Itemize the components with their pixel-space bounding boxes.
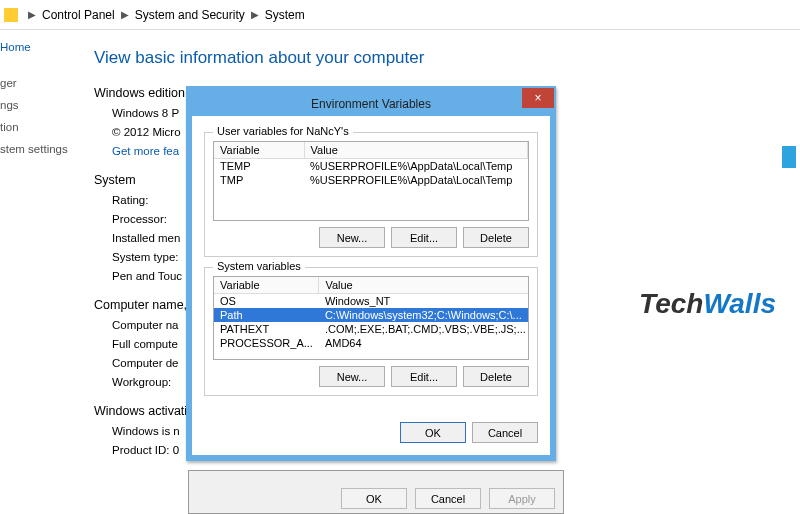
cell-value: Windows_NT (319, 294, 529, 309)
user-variables-list[interactable]: VariableValue TEMP%USERPROFILE%\AppData\… (213, 141, 529, 221)
chevron-right-icon[interactable]: ▶ (28, 9, 36, 20)
folder-icon (4, 8, 18, 22)
table-row[interactable]: OSWindows_NT (214, 294, 529, 309)
dialog-title: Environment Variables (311, 97, 431, 111)
cancel-button[interactable]: Cancel (415, 488, 481, 509)
user-variables-group: User variables for NaNcY's VariableValue… (204, 132, 538, 257)
brand-text: Walls (703, 288, 776, 319)
cell-variable: PATHEXT (214, 322, 319, 336)
cell-value: %USERPROFILE%\AppData\Local\Temp (304, 159, 528, 174)
chevron-right-icon[interactable]: ▶ (121, 9, 129, 20)
breadcrumb-item[interactable]: Control Panel (42, 8, 115, 22)
user-delete-button[interactable]: Delete (463, 227, 529, 248)
breadcrumb: ▶ Control Panel ▶ System and Security ▶ … (0, 0, 800, 30)
cell-value: C:\Windows\system32;C:\Windows;C:\... (319, 308, 529, 322)
page-title: View basic information about your comput… (94, 48, 800, 68)
col-value[interactable]: Value (304, 142, 528, 159)
col-value[interactable]: Value (319, 277, 529, 294)
brand-text: Tech (639, 288, 703, 319)
cell-value: %USERPROFILE%\AppData\Local\Temp (304, 173, 528, 187)
cell-variable: PROCESSOR_A... (214, 336, 319, 350)
brand-watermark: TechWalls (639, 288, 776, 320)
sys-delete-button[interactable]: Delete (463, 366, 529, 387)
sidebar: Home ger ngs tion stem settings (0, 30, 80, 514)
cancel-button[interactable]: Cancel (472, 422, 538, 443)
environment-variables-dialog: Environment Variables × User variables f… (186, 86, 556, 461)
sidebar-item[interactable]: stem settings (0, 138, 74, 160)
table-row[interactable]: PROCESSOR_A...AMD64 (214, 336, 529, 350)
cell-variable: TMP (214, 173, 304, 187)
close-button[interactable]: × (522, 88, 554, 108)
system-variables-group: System variables VariableValue▴ OSWindow… (204, 267, 538, 396)
chevron-right-icon[interactable]: ▶ (251, 9, 259, 20)
group-label: System variables (213, 260, 305, 272)
system-properties-dialog: OK Cancel Apply (188, 470, 564, 514)
table-row[interactable]: PathC:\Windows\system32;C:\Windows;C:\..… (214, 308, 529, 322)
breadcrumb-item[interactable]: System (265, 8, 305, 22)
table-row[interactable]: TMP%USERPROFILE%\AppData\Local\Temp (214, 173, 528, 187)
sidebar-item[interactable]: ngs (0, 94, 74, 116)
cell-value: AMD64 (319, 336, 529, 350)
ok-button[interactable]: OK (400, 422, 466, 443)
apply-button[interactable]: Apply (489, 488, 555, 509)
windows-logo-icon (782, 146, 796, 168)
col-variable[interactable]: Variable (214, 142, 304, 159)
cell-variable: Path (214, 308, 319, 322)
close-icon: × (534, 91, 541, 105)
table-row[interactable]: PATHEXT.COM;.EXE;.BAT;.CMD;.VBS;.VBE;.JS… (214, 322, 529, 336)
ok-button[interactable]: OK (341, 488, 407, 509)
breadcrumb-item[interactable]: System and Security (135, 8, 245, 22)
user-new-button[interactable]: New... (319, 227, 385, 248)
sidebar-home[interactable]: Home (0, 36, 74, 58)
cell-variable: TEMP (214, 159, 304, 174)
sidebar-item[interactable]: ger (0, 72, 74, 94)
system-variables-list[interactable]: VariableValue▴ OSWindows_NTPathC:\Window… (213, 276, 529, 360)
cell-value: .COM;.EXE;.BAT;.CMD;.VBS;.VBE;.JS;... (319, 322, 529, 336)
user-edit-button[interactable]: Edit... (391, 227, 457, 248)
table-row[interactable]: TEMP%USERPROFILE%\AppData\Local\Temp (214, 159, 528, 174)
sidebar-item[interactable]: tion (0, 116, 74, 138)
dialog-titlebar[interactable]: Environment Variables × (192, 92, 550, 116)
col-variable[interactable]: Variable (214, 277, 319, 294)
group-label: User variables for NaNcY's (213, 125, 353, 137)
cell-variable: OS (214, 294, 319, 309)
sys-edit-button[interactable]: Edit... (391, 366, 457, 387)
sys-new-button[interactable]: New... (319, 366, 385, 387)
